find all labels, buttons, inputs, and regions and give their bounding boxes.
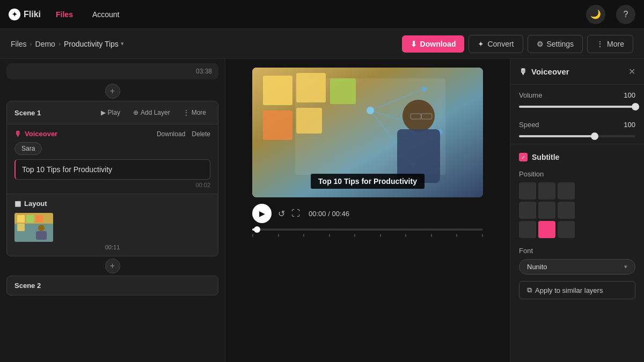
video-subtitle-bar: Top 10 Tips for Productivity <box>311 174 425 189</box>
video-controls: ▶ ↺ ⛶ 00:00 / 00:46 <box>252 204 483 223</box>
time-display: 00:00 / 00:46 <box>309 210 349 218</box>
svg-point-6 <box>38 225 45 231</box>
svg-rect-3 <box>26 215 34 223</box>
volume-label: Volume <box>519 91 542 99</box>
layout-section: ▦ Layout <box>7 194 218 256</box>
breadcrumb-sep-2: › <box>58 40 61 48</box>
scene-2-title: Scene 2 <box>14 282 210 290</box>
position-cell-8[interactable] <box>558 221 575 238</box>
close-panel-button[interactable]: ✕ <box>628 67 635 77</box>
svg-rect-13 <box>263 110 292 140</box>
add-scene-button[interactable]: + <box>105 84 120 99</box>
position-cell-3[interactable] <box>519 202 536 219</box>
speed-label: Speed <box>519 121 539 129</box>
add-layer-button[interactable]: ⊕ Add Layer <box>129 107 174 119</box>
scene-1-play-button[interactable]: ▶ Play <box>97 107 125 119</box>
prev-scene-snippet: 03:38 <box>6 63 218 79</box>
play-pause-button[interactable]: ▶ <box>252 204 272 223</box>
main-layout: 03:38 + Scene 1 ▶ Play ⊕ Add Layer ⋮ Mor… <box>0 59 644 362</box>
mic-icon: 🎙 <box>14 130 21 138</box>
fullscreen-icon[interactable]: ⛶ <box>291 209 300 218</box>
voiceover-download-link[interactable]: Download <box>157 130 185 138</box>
play-icon: ▶ <box>101 109 106 116</box>
breadcrumb-sep-1: › <box>30 40 32 48</box>
convert-icon: ✦ <box>478 40 484 48</box>
position-cell-0[interactable] <box>519 182 536 200</box>
panel-header: 🎙 Voiceover ✕ <box>510 59 644 85</box>
svg-rect-14 <box>296 108 322 134</box>
position-cell-4[interactable] <box>538 202 555 219</box>
dark-mode-toggle[interactable]: 🌙 <box>586 5 605 24</box>
breadcrumb-current[interactable]: Productivity Tips ▾ <box>64 40 124 48</box>
voiceover-title: 🎙 Voiceover <box>14 130 57 138</box>
speed-value: 100 <box>624 121 635 129</box>
breadcrumb-demo[interactable]: Demo <box>35 40 55 48</box>
progress-markers <box>252 234 483 237</box>
voiceover-header: 🎙 Voiceover Download Delete <box>14 130 210 138</box>
font-select-value: Nunito <box>527 263 547 271</box>
speed-slider[interactable] <box>519 135 635 137</box>
layout-header: ▦ Layout <box>14 200 210 208</box>
right-panel: 🎙 Voiceover ✕ Volume 100 Speed 100 ✓ Sub <box>510 59 644 362</box>
top-nav: ✦ Fliki Files Account 🌙 ? <box>0 0 644 29</box>
voice-tag[interactable]: Sara <box>14 142 42 155</box>
download-button[interactable]: ⬇ Download <box>402 35 465 53</box>
fliki-logo-icon: ✦ <box>9 9 20 20</box>
apply-similar-button[interactable]: ⧉ Apply to similar layers <box>519 281 635 299</box>
subtitle-checkbox[interactable]: ✓ <box>519 153 528 161</box>
volume-slider[interactable] <box>519 106 635 108</box>
breadcrumb: Files › Demo › Productivity Tips ▾ <box>11 40 398 48</box>
font-label: Font <box>510 245 644 259</box>
panel-title: 🎙 Voiceover <box>519 67 569 76</box>
subtitle-row: ✓ Subtitle <box>510 146 644 168</box>
layout-thumb-time: 00:11 <box>14 244 210 250</box>
more-button[interactable]: ⋮ More <box>587 35 633 53</box>
position-grid <box>510 182 644 245</box>
position-cell-1[interactable] <box>538 182 555 200</box>
progress-bar-container[interactable] <box>252 228 483 237</box>
voiceover-duration: 00:02 <box>14 182 210 188</box>
scene-2-card: Scene 2 <box>6 276 218 295</box>
volume-fill <box>519 106 635 108</box>
font-select[interactable]: Nunito ▾ <box>519 259 635 275</box>
breadcrumb-files[interactable]: Files <box>11 40 27 48</box>
volume-thumb <box>632 103 639 110</box>
voiceover-actions: Download Delete <box>157 130 210 138</box>
scene-1-more-button[interactable]: ⋮ More <box>179 107 210 119</box>
position-cell-6[interactable] <box>519 221 536 238</box>
svg-point-22 <box>402 100 435 132</box>
help-button[interactable]: ? <box>616 5 635 24</box>
voiceover-text[interactable]: Top 10 Tips for Productivity <box>14 159 210 180</box>
voiceover-delete-link[interactable]: Delete <box>192 130 210 138</box>
replay-icon[interactable]: ↺ <box>278 209 285 219</box>
nav-files[interactable]: Files <box>52 8 77 21</box>
position-cell-2[interactable] <box>558 182 575 200</box>
scene-1-card: Scene 1 ▶ Play ⊕ Add Layer ⋮ More <box>6 101 218 256</box>
add-layer-icon: ⊕ <box>133 109 138 116</box>
settings-button[interactable]: ⚙ Settings <box>528 35 583 53</box>
left-panel: 03:38 + Scene 1 ▶ Play ⊕ Add Layer ⋮ Mor… <box>0 59 225 362</box>
gear-icon: ⚙ <box>537 40 544 48</box>
speed-thumb <box>591 132 598 140</box>
add-scene-button-2[interactable]: + <box>105 258 120 274</box>
position-cell-7[interactable] <box>538 221 555 238</box>
speed-fill <box>519 135 595 137</box>
convert-button[interactable]: ✦ Convert <box>469 35 523 53</box>
mic-panel-icon: 🎙 <box>519 67 527 76</box>
layout-thumbnail[interactable] <box>14 213 53 242</box>
subtitle-label: Subtitle <box>532 153 559 161</box>
voiceover-section: 🎙 Voiceover Download Delete Sara Top 10 … <box>7 124 218 194</box>
volume-value: 100 <box>624 91 635 99</box>
progress-track[interactable] <box>252 228 483 231</box>
speed-row: Speed 100 <box>510 114 644 135</box>
svg-rect-2 <box>17 215 25 223</box>
nav-account[interactable]: Account <box>88 8 124 21</box>
layout-thumb-image <box>14 213 53 242</box>
volume-row: Volume 100 <box>510 85 644 106</box>
divider-1 <box>510 144 644 144</box>
svg-rect-12 <box>330 78 356 104</box>
svg-rect-11 <box>296 73 326 102</box>
app-name: Fliki <box>24 10 41 19</box>
center-panel: Top 10 Tips for Productivity ▶ ↺ ⛶ 00:00… <box>225 59 510 362</box>
position-cell-5[interactable] <box>558 202 575 219</box>
